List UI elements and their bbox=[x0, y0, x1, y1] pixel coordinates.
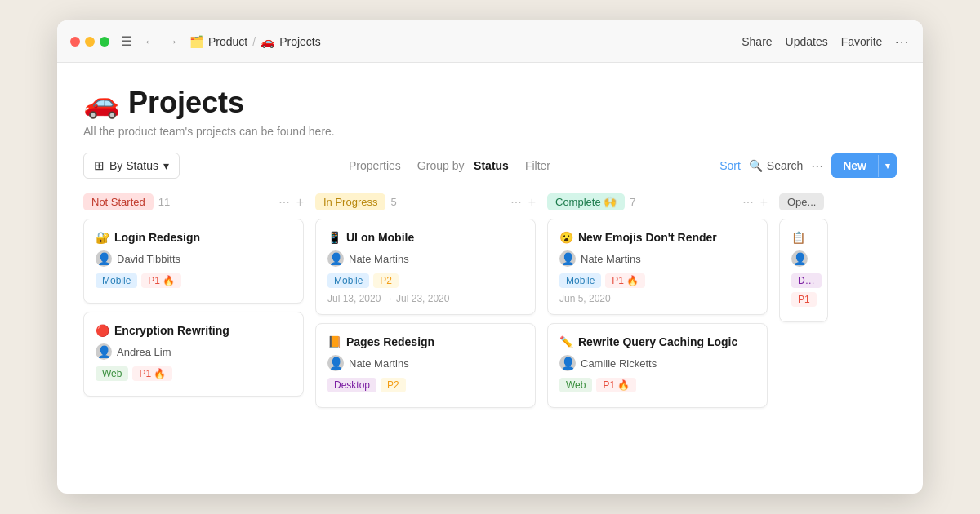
tag-desktop: Desktop bbox=[327, 378, 376, 392]
share-button[interactable]: Share bbox=[742, 35, 772, 48]
toolbar-more-button[interactable]: ··· bbox=[811, 157, 823, 175]
card-encryption-rewriting[interactable]: 🔴 Encryption Rewriting 👤 Andrea Lim Web … bbox=[83, 312, 304, 397]
card-icon: 📙 bbox=[327, 335, 341, 348]
card-open-partial[interactable]: 📋 👤 D… P1 bbox=[779, 219, 828, 322]
tag-p1: P1 🔥 bbox=[141, 273, 181, 288]
status-badge-open: Ope... bbox=[779, 193, 824, 210]
card-title: 🔴 Encryption Rewriting bbox=[96, 324, 292, 337]
col-actions-complete: ··· + bbox=[742, 195, 768, 210]
page-header: 🚗 Projects All the product team's projec… bbox=[83, 86, 897, 138]
tag-web: Web bbox=[96, 366, 128, 381]
col-more-icon[interactable]: ··· bbox=[742, 195, 753, 210]
avatar: 👤 bbox=[96, 250, 112, 267]
card-tags: Mobile P2 bbox=[327, 273, 523, 288]
group-by-text: Group by bbox=[417, 159, 465, 172]
col-more-icon[interactable]: ··· bbox=[510, 195, 521, 210]
breadcrumb-current-icon: 🚗 bbox=[261, 35, 274, 48]
col-count-complete: 7 bbox=[630, 196, 635, 208]
group-by-label: By Status bbox=[109, 159, 158, 172]
col-add-icon[interactable]: + bbox=[296, 195, 304, 210]
card-tags: Web P1 🔥 bbox=[96, 366, 292, 381]
column-header-in-progress: In Progress 5 ··· + bbox=[315, 193, 536, 210]
tag-p1: P1 🔥 bbox=[132, 366, 172, 381]
card-new-emojis[interactable]: 😮 New Emojis Don't Render 👤 Nate Martins… bbox=[547, 219, 768, 315]
card-login-redesign[interactable]: 🔐 Login Redesign 👤 David Tibbitts Mobile… bbox=[83, 219, 304, 304]
tag-mobile: Mobile bbox=[96, 273, 137, 288]
avatar: 👤 bbox=[327, 355, 344, 371]
card-pages-redesign[interactable]: 📙 Pages Redesign 👤 Nate Martins Desktop … bbox=[315, 323, 536, 408]
col-add-icon[interactable]: + bbox=[528, 195, 536, 210]
search-label: Search bbox=[767, 159, 803, 172]
card-icon: 😮 bbox=[559, 231, 573, 244]
updates-button[interactable]: Updates bbox=[786, 35, 828, 48]
cards-not-started: 🔐 Login Redesign 👤 David Tibbitts Mobile… bbox=[83, 219, 304, 494]
card-title: 🔐 Login Redesign bbox=[96, 231, 292, 244]
col-actions-in-progress: ··· + bbox=[510, 195, 536, 210]
group-by-value[interactable]: Status bbox=[474, 159, 509, 172]
grid-icon: ⊞ bbox=[94, 158, 105, 173]
card-person: 👤 David Tibbitts bbox=[96, 250, 292, 267]
tag-desktop: D… bbox=[791, 273, 822, 288]
col-count-in-progress: 5 bbox=[390, 196, 396, 208]
column-open: Ope... 📋 👤 D… P1 bbox=[779, 193, 828, 494]
board: Not Started 11 ··· + 🔐 Login Redesign bbox=[83, 193, 897, 494]
tag-web: Web bbox=[559, 378, 592, 392]
search-button[interactable]: 🔍 Search bbox=[749, 159, 803, 172]
traffic-lights bbox=[70, 37, 109, 47]
filter-button[interactable]: Filter bbox=[525, 159, 550, 172]
card-person: 👤 bbox=[791, 250, 816, 267]
col-actions-not-started: ··· + bbox=[278, 195, 304, 210]
main-content: 🚗 Projects All the product team's projec… bbox=[57, 63, 923, 494]
card-tags: Web P1 🔥 bbox=[559, 378, 755, 392]
forward-button[interactable]: → bbox=[163, 33, 181, 50]
app-window: ☰ ← → 🗂️ Product / 🚗 Projects Share Upda… bbox=[57, 20, 923, 494]
tag-p2: P2 bbox=[381, 378, 406, 392]
status-badge-in-progress: In Progress bbox=[315, 193, 385, 210]
close-button[interactable] bbox=[70, 37, 80, 47]
new-button-chevron[interactable]: ▾ bbox=[878, 155, 897, 177]
group-by-control: Group by Status bbox=[417, 159, 509, 172]
avatar: 👤 bbox=[327, 250, 344, 267]
tag-mobile: Mobile bbox=[559, 273, 601, 288]
cards-complete: 😮 New Emojis Don't Render 👤 Nate Martins… bbox=[547, 219, 768, 494]
card-icon: 🔴 bbox=[96, 324, 109, 337]
column-not-started: Not Started 11 ··· + 🔐 Login Redesign bbox=[83, 193, 304, 494]
page-icon: 🚗 bbox=[83, 86, 120, 120]
tag-p1: P1 bbox=[791, 292, 817, 307]
breadcrumb-parent-label[interactable]: Product bbox=[208, 35, 247, 48]
nav-arrows: ← → bbox=[140, 33, 181, 50]
sort-button[interactable]: Sort bbox=[719, 159, 741, 172]
more-menu-button[interactable]: ··· bbox=[895, 35, 910, 48]
toolbar-right: Sort 🔍 Search ··· New ▾ bbox=[719, 153, 897, 178]
card-ui-mobile[interactable]: 📱 UI on Mobile 👤 Nate Martins Mobile P2 … bbox=[315, 219, 536, 315]
tag-p1: P1 🔥 bbox=[605, 273, 645, 288]
properties-button[interactable]: Properties bbox=[349, 159, 401, 172]
titlebar-actions: Share Updates Favorite ··· bbox=[742, 35, 910, 48]
group-by-button[interactable]: ⊞ By Status ▾ bbox=[83, 153, 180, 179]
card-date: Jul 13, 2020 → Jul 23, 2020 bbox=[327, 293, 523, 304]
card-rewrite-query[interactable]: ✏️ Rewrite Query Caching Logic 👤 Camille… bbox=[547, 323, 768, 408]
column-header-not-started: Not Started 11 ··· + bbox=[83, 193, 304, 210]
breadcrumb-separator: / bbox=[252, 35, 256, 48]
column-header-complete: Complete 🙌 7 ··· + bbox=[547, 193, 768, 210]
favorite-button[interactable]: Favorite bbox=[841, 35, 883, 48]
search-icon: 🔍 bbox=[749, 159, 763, 172]
avatar: 👤 bbox=[96, 343, 112, 360]
avatar: 👤 bbox=[559, 355, 576, 371]
card-title: 📋 bbox=[791, 231, 816, 244]
col-add-icon[interactable]: + bbox=[760, 195, 768, 210]
avatar: 👤 bbox=[559, 250, 576, 267]
page-title: 🚗 Projects bbox=[83, 86, 897, 120]
card-person: 👤 Andrea Lim bbox=[96, 343, 292, 360]
minimize-button[interactable] bbox=[85, 37, 95, 47]
card-title: 😮 New Emojis Don't Render bbox=[559, 231, 755, 244]
breadcrumb-current-label[interactable]: Projects bbox=[279, 35, 321, 48]
back-button[interactable]: ← bbox=[140, 33, 159, 50]
col-more-icon[interactable]: ··· bbox=[278, 195, 289, 210]
titlebar: ☰ ← → 🗂️ Product / 🚗 Projects Share Upda… bbox=[57, 20, 923, 63]
card-title: ✏️ Rewrite Query Caching Logic bbox=[559, 335, 755, 348]
new-button[interactable]: New ▾ bbox=[831, 153, 897, 178]
card-title: 📱 UI on Mobile bbox=[327, 231, 523, 244]
maximize-button[interactable] bbox=[100, 37, 109, 47]
menu-icon[interactable]: ☰ bbox=[121, 33, 132, 49]
